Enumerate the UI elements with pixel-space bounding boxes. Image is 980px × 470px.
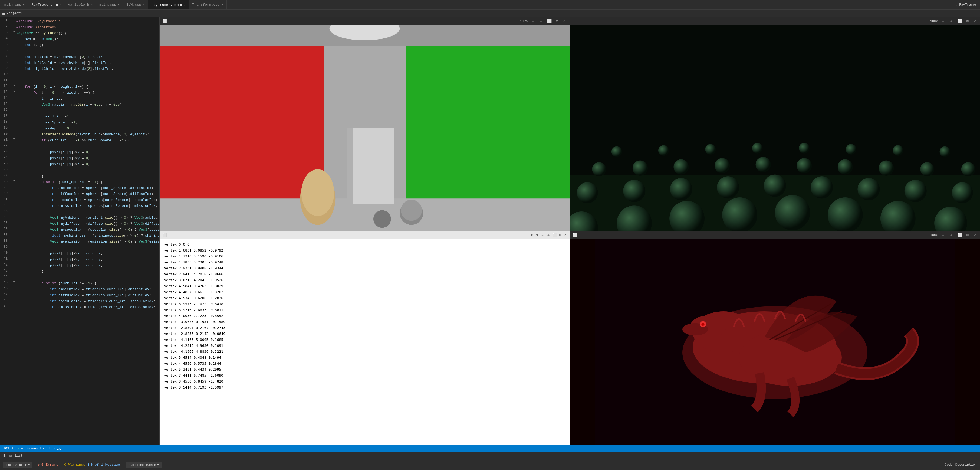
tab-transform-cpp[interactable]: Transform.cpp ✕ xyxy=(189,0,226,10)
svg-point-13 xyxy=(373,210,391,228)
vertex-line: vertex 4.5346 0.6206 -1.2836 xyxy=(164,295,565,301)
fullscreen-button[interactable]: ⤢ xyxy=(972,18,977,24)
close-icon[interactable]: ✕ xyxy=(221,3,223,6)
message-icon: ℹ xyxy=(88,463,89,467)
code-line: 12 ▼ for (i = 0; i < height; i++) { xyxy=(0,84,159,90)
vertex-line: vertex 0 0 0 xyxy=(164,242,565,247)
code-line: 10 xyxy=(0,72,159,78)
split-view-button[interactable]: ⊞ xyxy=(555,18,559,24)
fullscreen-button[interactable]: ⤢ xyxy=(562,18,567,24)
reset-view-button[interactable]: ⬜ xyxy=(956,18,963,24)
split-view-button[interactable]: ⊞ xyxy=(559,233,562,237)
vertex-line: vertex -4.1965 4.8839 0.3221 xyxy=(164,349,565,355)
modified-indicator xyxy=(180,4,182,6)
code-line: 29 int ambientIdx = spheres[curr_Sphere]… xyxy=(0,185,159,191)
fullscreen-button[interactable]: ⤢ xyxy=(563,233,567,237)
checkmark-icon: ⎇ xyxy=(57,447,61,451)
code-line: 30 int diffuseIdx = spheres[curr_Sphere]… xyxy=(0,191,159,197)
code-line: 44 xyxy=(0,274,159,280)
split-view-button[interactable]: ⊞ xyxy=(966,232,970,238)
vertex-line: vertex -3.0673 0.1951 -0.1589 xyxy=(164,319,565,325)
svg-point-23 xyxy=(878,161,894,176)
zoom-in-button[interactable]: ＋ xyxy=(948,232,954,238)
code-line: 43 } xyxy=(0,269,159,274)
vertex-line: vertex 5.4584 0.4048 0.1494 xyxy=(164,355,565,361)
svg-point-45 xyxy=(705,144,716,155)
svg-point-25 xyxy=(961,162,975,176)
reset-view-button[interactable]: ⬜ xyxy=(546,18,553,24)
monitor-icon: ⬜ xyxy=(162,233,167,237)
close-icon[interactable]: ✕ xyxy=(143,3,145,6)
code-editor[interactable]: 1 #include "RayTracer.h" 2 #include <ios… xyxy=(0,18,160,445)
issues-text: No issues found xyxy=(20,447,49,451)
vertex-data-content: vertex 0 0 0 vertex 1.6831 3.0852 -0.979… xyxy=(160,239,570,445)
svg-point-17 xyxy=(633,161,648,176)
tab-main-cpp[interactable]: main.cpp ✕ xyxy=(1,0,28,10)
pencil-icon: ✏ xyxy=(54,447,56,451)
modified-indicator xyxy=(56,4,58,6)
code-line: 13 ▼ for (j = 0; j < width; j++) { xyxy=(0,90,159,96)
vertex-line: vertex 2.9415 4.2018 -1.8686 xyxy=(164,271,565,277)
scope-dropdown-button[interactable]: Entire Solution ▾ xyxy=(3,462,32,468)
warning-count: ⚠ 0 Warnings xyxy=(61,463,85,467)
zoom-out-button[interactable]: － xyxy=(940,232,946,238)
close-icon[interactable]: ✕ xyxy=(184,3,186,7)
monitor-icon: ⬜ xyxy=(162,19,167,24)
warning-count-label: 0 Warnings xyxy=(64,463,85,467)
vertex-line: vertex 1.6831 3.0852 -0.9792 xyxy=(164,247,565,253)
code-line: 21 ▼ if (curr_Tri == -1 && curr_Sphere =… xyxy=(0,137,159,143)
close-icon[interactable]: ✕ xyxy=(23,3,25,6)
close-icon[interactable]: ✕ xyxy=(91,3,93,6)
tab-raytracer-h[interactable]: RayTracer.h ✕ xyxy=(28,0,65,10)
zoom-out-button[interactable]: － xyxy=(530,18,536,24)
toolbar-right: 100% － ＋ ⬜ ⊞ ⤢ xyxy=(930,18,977,24)
fullscreen-button[interactable]: ⤢ xyxy=(972,232,977,238)
code-line: 7 int rootIdx = bvh->bvhNode[0].firstTri… xyxy=(0,54,159,60)
zoom-out-button[interactable]: － xyxy=(541,233,544,238)
svg-rect-7 xyxy=(347,128,353,204)
svg-point-21 xyxy=(797,158,812,173)
code-line: 27 } xyxy=(0,173,159,179)
vertex-line: vertex 3.0716 4.2045 -1.9526 xyxy=(164,277,565,283)
vertex-line: vertex 4.4556 0.5735 0.2844 xyxy=(164,361,565,366)
toolbar-left: ⬜ xyxy=(162,19,167,24)
tab-bvh-cpp[interactable]: BVH.cpp ✕ xyxy=(123,0,148,10)
svg-point-26 xyxy=(577,182,598,203)
tab-variable-h[interactable]: variable.h ✕ xyxy=(65,0,96,10)
panel-toolbar: ⬜ 100% － ＋ ⬜ ⊞ ⤢ xyxy=(570,231,980,239)
close-icon[interactable]: ✕ xyxy=(118,3,120,6)
code-line: 32 int emissionIdx = spheres[curr_Sphere… xyxy=(0,203,159,209)
vertex-line: vertex 2.9331 3.9908 -1.9344 xyxy=(164,265,565,271)
error-list-label: Error List xyxy=(3,454,23,458)
close-icon[interactable]: ✕ xyxy=(59,3,61,6)
zoom-in-button[interactable]: ＋ xyxy=(538,18,544,24)
code-line: 45 ▼ else if (curr_Tri != -1) { xyxy=(0,280,159,287)
toolbar-right: 100% － ＋ ⬜ ⊞ ⤢ xyxy=(520,18,567,24)
reset-view-button[interactable]: ⬜ xyxy=(956,232,963,238)
svg-point-61 xyxy=(701,323,704,326)
svg-point-46 xyxy=(752,143,763,153)
vertex-line: vertex -4.2319 4.9630 0.1091 xyxy=(164,343,565,349)
svg-rect-6 xyxy=(347,128,394,204)
tab-label: variable.h xyxy=(68,3,89,7)
reset-view-button[interactable]: ⬜ xyxy=(552,233,557,237)
zoom-out-button[interactable]: － xyxy=(940,18,946,24)
vertex-line: vertex -2.8591 0.2167 -0.2743 xyxy=(164,325,565,331)
build-button[interactable]: Build + IntelliSense ▾ xyxy=(126,462,161,468)
code-line: 17 curr_Tri = -1; xyxy=(0,114,159,119)
code-line: 9 int rightChild = bvh->bvhNode[2].first… xyxy=(0,66,159,72)
split-view-button[interactable]: ⊞ xyxy=(966,18,970,24)
svg-point-27 xyxy=(623,180,645,202)
code-line: 6 xyxy=(0,48,159,54)
code-tab-button[interactable]: Code xyxy=(945,463,953,467)
description-tab-button[interactable]: Description xyxy=(955,463,977,467)
zoom-in-button[interactable]: ＋ xyxy=(948,18,954,24)
tab-raytracer-cpp[interactable]: RayTracer.cpp ✕ xyxy=(148,0,189,10)
raytrace-dropdown[interactable]: ↓ ↓ RayTracer xyxy=(950,3,979,7)
code-line: 35 Vec3 mydiffuse = (diffuse.size() > 0)… xyxy=(0,221,159,227)
vertex-line: vertex 3.9716 2.6633 -0.3811 xyxy=(164,307,565,313)
tab-math-cpp[interactable]: math.cpp ✕ xyxy=(96,0,123,10)
code-line: 15 Vec3 raydir = rayDir(i + 0.5, j + 0.5… xyxy=(0,102,159,108)
code-line: 5 int i, j; xyxy=(0,42,159,48)
zoom-in-button[interactable]: ＋ xyxy=(547,233,550,238)
